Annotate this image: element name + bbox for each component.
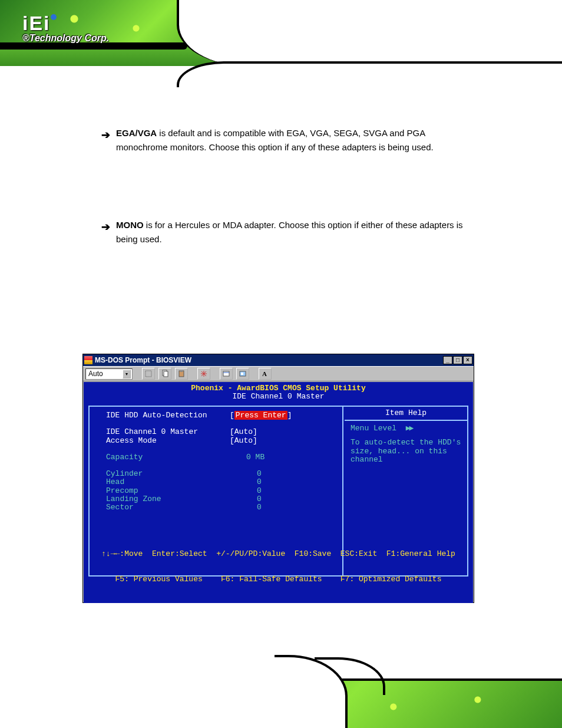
svg-rect-2 — [164, 371, 168, 377]
value: 0 — [230, 503, 262, 512]
menu-level-row: Menu Level ▶▶ — [351, 424, 461, 433]
row-head: Head 0 — [106, 478, 342, 486]
footer-black-curve — [315, 657, 385, 695]
properties-button[interactable] — [220, 368, 233, 380]
footer-line1: ↑↓→←:Move Enter:Select +/-/PU/PD:Value F… — [84, 550, 473, 558]
logo-dot-icon — [51, 14, 57, 20]
minimize-button[interactable]: _ — [443, 356, 452, 364]
label: Landing Zone — [106, 495, 230, 503]
footer-white-swoosh — [0, 657, 312, 728]
window-titlebar[interactable]: MS-DOS Prompt - BIOSVIEW _ □ × — [83, 354, 474, 366]
header-white-swoosh — [177, 0, 562, 66]
arrow-bullet-icon: ➔ — [101, 127, 110, 154]
background-button[interactable] — [236, 368, 249, 380]
window-toolbar: Auto ▾ A — [83, 366, 474, 381]
svg-rect-0 — [146, 371, 151, 377]
background-icon — [239, 370, 247, 378]
logo-brand: iEi — [22, 13, 109, 33]
copy-icon — [161, 370, 169, 378]
logo-text: iEi — [22, 12, 51, 34]
row-precomp: Precomp 0 — [106, 487, 342, 495]
val-text: Auto — [234, 436, 253, 445]
term-desc: is default and is compatible with EGA, V… — [116, 128, 434, 152]
label: Cylinder — [106, 470, 230, 478]
logo-block: iEi ®Technology Corp. — [22, 13, 109, 44]
label: Capacity — [106, 453, 230, 462]
paragraph-ega-vga: ➔ EGA/VGA is default and is compatible w… — [101, 126, 478, 154]
page-header-banner: iEi ®Technology Corp. — [0, 0, 562, 71]
row-sector: Sector 0 — [106, 503, 342, 512]
bios-header-line1: Phoenix - AwardBIOS CMOS Setup Utility — [84, 384, 473, 393]
term-desc: is for a Hercules or MDA adapter. Choose… — [116, 220, 463, 244]
svg-rect-7 — [241, 373, 243, 375]
label: IDE Channel 0 Master — [106, 428, 230, 436]
window-title: MS-DOS Prompt - BIOSVIEW — [95, 356, 191, 364]
msdos-app-icon — [84, 356, 92, 364]
row-cylinder: Cylinder 0 — [106, 470, 342, 478]
bios-left-panel: IDE HDD Auto-Detection [Press Enter] IDE… — [106, 411, 342, 512]
paragraph-text: MONO is for a Hercules or MDA adapter. C… — [116, 218, 478, 246]
value: 0 — [230, 487, 262, 495]
row-capacity: Capacity 0 MB — [106, 453, 342, 462]
close-button[interactable]: × — [463, 356, 472, 364]
font-a-icon: A — [261, 370, 269, 378]
paragraph-text: EGA/VGA is default and is compatible wit… — [116, 126, 478, 154]
arrow-bullet-icon: ➔ — [101, 219, 110, 246]
term-bold: EGA/VGA — [116, 128, 157, 138]
label: Access Mode — [106, 437, 230, 445]
row-channel0-master[interactable]: IDE Channel 0 Master [Auto] — [106, 428, 342, 436]
page-footer-banner — [0, 657, 562, 728]
maximize-button[interactable]: □ — [453, 356, 462, 364]
help-title: Item Help — [345, 407, 467, 421]
help-body: Menu Level ▶▶ To auto-detect the HDD's s… — [345, 421, 467, 467]
svg-rect-4 — [180, 370, 183, 372]
mark-icon — [144, 370, 153, 378]
value: 0 — [230, 470, 262, 478]
copy-button[interactable] — [158, 368, 171, 380]
logo-subline: ®Technology Corp. — [22, 33, 109, 44]
paragraph-mono: ➔ MONO is for a Hercules or MDA adapter.… — [101, 218, 478, 246]
bios-footer: ↑↓→←:Move Enter:Select +/-/PU/PD:Value F… — [84, 533, 473, 601]
mark-button[interactable] — [142, 368, 155, 380]
fullscreen-icon — [200, 370, 208, 378]
triangle-level-icon: ▶▶ — [406, 424, 413, 433]
label: Head — [106, 478, 230, 486]
val-text: Auto — [234, 427, 253, 436]
value: 0 — [230, 495, 262, 503]
bios-screen: Phoenix - AwardBIOS CMOS Setup Utility I… — [84, 382, 473, 603]
value: 0 — [230, 478, 262, 486]
menu-level-label: Menu Level — [351, 424, 396, 433]
row-auto-detect[interactable]: IDE HDD Auto-Detection [Press Enter] — [106, 411, 342, 420]
svg-text:A: A — [262, 370, 267, 377]
footer-line2: F5: Previous Values F6: Fail-Safe Defaul… — [84, 575, 473, 584]
svg-rect-5 — [223, 371, 229, 376]
combo-value: Auto — [88, 370, 103, 378]
bios-header-line2: IDE Channel 0 Master — [84, 393, 473, 401]
fullscreen-button[interactable] — [197, 368, 210, 380]
paste-button[interactable] — [175, 368, 188, 380]
value: [Press Enter] — [230, 411, 292, 420]
bios-window: MS-DOS Prompt - BIOSVIEW _ □ × Auto ▾ — [82, 354, 474, 603]
paste-icon — [177, 370, 186, 378]
help-text: To auto-detect the HDD's size, head... o… — [351, 439, 461, 464]
label: IDE HDD Auto-Detection — [106, 411, 230, 420]
value: [Auto] — [230, 428, 257, 436]
font-button[interactable]: A — [259, 368, 272, 380]
chevron-down-icon[interactable]: ▾ — [123, 370, 131, 378]
label: Sector — [106, 503, 230, 512]
press-enter-highlight: Press Enter — [234, 411, 287, 420]
term-bold: MONO — [116, 220, 144, 230]
font-size-combo[interactable]: Auto ▾ — [85, 368, 133, 380]
value: 0 MB — [230, 453, 265, 462]
row-landing-zone: Landing Zone 0 — [106, 495, 342, 503]
properties-icon — [222, 370, 230, 378]
label: Precomp — [106, 487, 230, 495]
bios-header: Phoenix - AwardBIOS CMOS Setup Utility I… — [84, 382, 473, 401]
row-access-mode[interactable]: Access Mode [Auto] — [106, 437, 342, 445]
value: [Auto] — [230, 437, 257, 445]
